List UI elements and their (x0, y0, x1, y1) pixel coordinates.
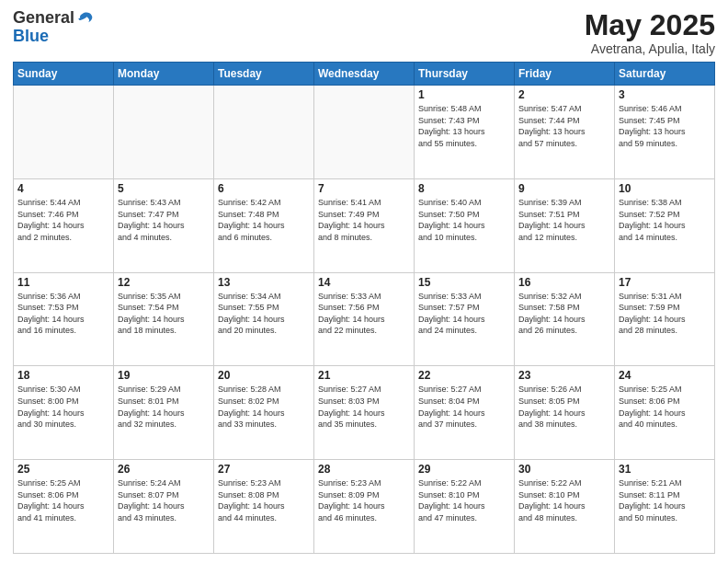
calendar-cell: 26Sunrise: 5:24 AMSunset: 8:07 PMDayligh… (114, 460, 214, 554)
day-info: Sunrise: 5:33 AMSunset: 7:57 PMDaylight:… (418, 291, 510, 337)
calendar-cell: 5Sunrise: 5:43 AMSunset: 7:47 PMDaylight… (114, 178, 214, 272)
calendar-cell: 13Sunrise: 5:34 AMSunset: 7:55 PMDayligh… (214, 272, 314, 366)
calendar-cell: 6Sunrise: 5:42 AMSunset: 7:48 PMDaylight… (214, 178, 314, 272)
day-number: 15 (418, 276, 510, 289)
day-number: 30 (518, 463, 610, 476)
day-info: Sunrise: 5:35 AMSunset: 7:54 PMDaylight:… (118, 291, 210, 337)
day-info: Sunrise: 5:39 AMSunset: 7:51 PMDaylight:… (518, 197, 610, 243)
day-number: 14 (318, 276, 410, 289)
day-info: Sunrise: 5:28 AMSunset: 8:02 PMDaylight:… (218, 384, 310, 430)
day-number: 25 (17, 463, 109, 476)
calendar-table: SundayMondayTuesdayWednesdayThursdayFrid… (13, 62, 715, 554)
calendar-cell: 14Sunrise: 5:33 AMSunset: 7:56 PMDayligh… (314, 272, 415, 366)
calendar-cell: 2Sunrise: 5:47 AMSunset: 7:44 PMDaylight… (515, 86, 615, 179)
calendar-cell: 24Sunrise: 5:25 AMSunset: 8:06 PMDayligh… (615, 366, 715, 460)
calendar-cell: 19Sunrise: 5:29 AMSunset: 8:01 PMDayligh… (114, 366, 214, 460)
day-info: Sunrise: 5:38 AMSunset: 7:52 PMDaylight:… (619, 197, 711, 243)
calendar-cell (314, 86, 415, 179)
day-number: 5 (118, 182, 210, 195)
col-header-saturday: Saturday (615, 63, 715, 86)
day-info: Sunrise: 5:42 AMSunset: 7:48 PMDaylight:… (218, 197, 310, 243)
calendar-cell: 11Sunrise: 5:36 AMSunset: 7:53 PMDayligh… (14, 272, 114, 366)
calendar-cell: 15Sunrise: 5:33 AMSunset: 7:57 PMDayligh… (415, 272, 515, 366)
logo-general-text: General (13, 9, 74, 28)
calendar-cell: 9Sunrise: 5:39 AMSunset: 7:51 PMDaylight… (515, 178, 615, 272)
day-info: Sunrise: 5:46 AMSunset: 7:45 PMDaylight:… (619, 103, 711, 149)
day-number: 1 (418, 88, 510, 101)
day-number: 18 (17, 369, 109, 382)
calendar-cell: 4Sunrise: 5:44 AMSunset: 7:46 PMDaylight… (14, 178, 114, 272)
calendar-cell (14, 86, 114, 179)
day-number: 11 (17, 276, 109, 289)
day-number: 23 (518, 369, 610, 382)
day-info: Sunrise: 5:22 AMSunset: 8:10 PMDaylight:… (418, 477, 510, 523)
day-info: Sunrise: 5:23 AMSunset: 8:08 PMDaylight:… (218, 477, 310, 523)
calendar-cell (214, 86, 314, 179)
calendar-week-row: 25Sunrise: 5:25 AMSunset: 8:06 PMDayligh… (14, 460, 715, 554)
day-number: 19 (118, 369, 210, 382)
col-header-monday: Monday (114, 63, 214, 86)
day-number: 20 (218, 369, 310, 382)
day-info: Sunrise: 5:43 AMSunset: 7:47 PMDaylight:… (118, 197, 210, 243)
day-info: Sunrise: 5:29 AMSunset: 8:01 PMDaylight:… (118, 384, 210, 430)
calendar-cell: 31Sunrise: 5:21 AMSunset: 8:11 PMDayligh… (615, 460, 715, 554)
day-info: Sunrise: 5:23 AMSunset: 8:09 PMDaylight:… (318, 477, 410, 523)
calendar-cell: 1Sunrise: 5:48 AMSunset: 7:43 PMDaylight… (415, 86, 515, 179)
day-info: Sunrise: 5:24 AMSunset: 8:07 PMDaylight:… (118, 477, 210, 523)
calendar-cell: 8Sunrise: 5:40 AMSunset: 7:50 PMDaylight… (415, 178, 515, 272)
location-subtitle: Avetrana, Apulia, Italy (585, 41, 715, 56)
day-number: 24 (619, 369, 711, 382)
day-info: Sunrise: 5:41 AMSunset: 7:49 PMDaylight:… (318, 197, 410, 243)
day-number: 29 (418, 463, 510, 476)
month-title: May 2025 (585, 9, 715, 41)
day-number: 4 (17, 182, 109, 195)
calendar-cell: 10Sunrise: 5:38 AMSunset: 7:52 PMDayligh… (615, 178, 715, 272)
day-info: Sunrise: 5:44 AMSunset: 7:46 PMDaylight:… (17, 197, 109, 243)
calendar-cell: 22Sunrise: 5:27 AMSunset: 8:04 PMDayligh… (415, 366, 515, 460)
day-number: 6 (218, 182, 310, 195)
day-number: 16 (518, 276, 610, 289)
day-info: Sunrise: 5:21 AMSunset: 8:11 PMDaylight:… (619, 477, 711, 523)
day-info: Sunrise: 5:22 AMSunset: 8:10 PMDaylight:… (518, 477, 610, 523)
calendar-cell: 3Sunrise: 5:46 AMSunset: 7:45 PMDaylight… (615, 86, 715, 179)
calendar-week-row: 1Sunrise: 5:48 AMSunset: 7:43 PMDaylight… (14, 86, 715, 179)
day-info: Sunrise: 5:27 AMSunset: 8:03 PMDaylight:… (318, 384, 410, 430)
day-number: 22 (418, 369, 510, 382)
calendar-cell: 25Sunrise: 5:25 AMSunset: 8:06 PMDayligh… (14, 460, 114, 554)
day-number: 13 (218, 276, 310, 289)
day-number: 28 (318, 463, 410, 476)
title-block: May 2025 Avetrana, Apulia, Italy (585, 9, 715, 56)
day-info: Sunrise: 5:33 AMSunset: 7:56 PMDaylight:… (318, 291, 410, 337)
day-number: 27 (218, 463, 310, 476)
day-info: Sunrise: 5:36 AMSunset: 7:53 PMDaylight:… (17, 291, 109, 337)
logo-blue-text: Blue (13, 27, 49, 45)
calendar-cell: 18Sunrise: 5:30 AMSunset: 8:00 PMDayligh… (14, 366, 114, 460)
calendar-week-row: 4Sunrise: 5:44 AMSunset: 7:46 PMDaylight… (14, 178, 715, 272)
calendar-cell: 27Sunrise: 5:23 AMSunset: 8:08 PMDayligh… (214, 460, 314, 554)
calendar-cell: 29Sunrise: 5:22 AMSunset: 8:10 PMDayligh… (415, 460, 515, 554)
calendar-cell: 28Sunrise: 5:23 AMSunset: 8:09 PMDayligh… (314, 460, 415, 554)
day-number: 31 (619, 463, 711, 476)
day-number: 26 (118, 463, 210, 476)
header: General Blue May 2025 Avetrana, Apulia, … (13, 9, 715, 56)
calendar-cell: 7Sunrise: 5:41 AMSunset: 7:49 PMDaylight… (314, 178, 415, 272)
day-number: 7 (318, 182, 410, 195)
logo-bird-icon (76, 9, 95, 28)
day-info: Sunrise: 5:31 AMSunset: 7:59 PMDaylight:… (619, 291, 711, 337)
calendar-cell: 23Sunrise: 5:26 AMSunset: 8:05 PMDayligh… (515, 366, 615, 460)
day-number: 21 (318, 369, 410, 382)
day-info: Sunrise: 5:26 AMSunset: 8:05 PMDaylight:… (518, 384, 610, 430)
calendar-cell: 17Sunrise: 5:31 AMSunset: 7:59 PMDayligh… (615, 272, 715, 366)
day-number: 9 (518, 182, 610, 195)
col-header-thursday: Thursday (415, 63, 515, 86)
day-info: Sunrise: 5:25 AMSunset: 8:06 PMDaylight:… (619, 384, 711, 430)
day-info: Sunrise: 5:34 AMSunset: 7:55 PMDaylight:… (218, 291, 310, 337)
calendar-week-row: 18Sunrise: 5:30 AMSunset: 8:00 PMDayligh… (14, 366, 715, 460)
calendar-header-row: SundayMondayTuesdayWednesdayThursdayFrid… (14, 63, 715, 86)
day-info: Sunrise: 5:25 AMSunset: 8:06 PMDaylight:… (17, 477, 109, 523)
calendar-week-row: 11Sunrise: 5:36 AMSunset: 7:53 PMDayligh… (14, 272, 715, 366)
calendar-cell (114, 86, 214, 179)
day-number: 10 (619, 182, 711, 195)
day-number: 8 (418, 182, 510, 195)
day-number: 2 (518, 88, 610, 101)
